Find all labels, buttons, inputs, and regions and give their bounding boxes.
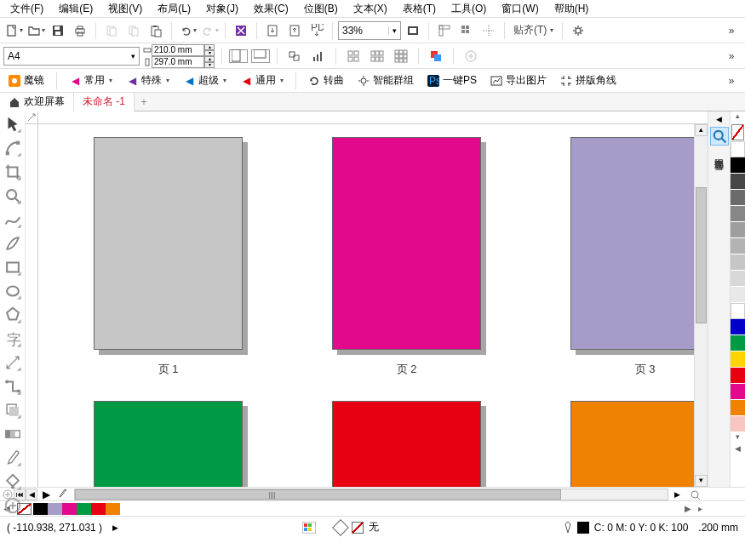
rectangle-tool[interactable]: ◢ — [3, 258, 22, 277]
pick-tool[interactable]: ◢ — [3, 115, 22, 134]
plugin-chaoji[interactable]: ◀超级▾ — [178, 71, 232, 89]
swatch-none[interactable] — [731, 124, 744, 140]
menu-edit[interactable]: 编辑(E) — [52, 0, 100, 18]
options-button[interactable] — [568, 20, 588, 41]
page-thumb-4[interactable] — [94, 401, 243, 487]
swatch-8[interactable] — [731, 271, 745, 287]
tab-untitled[interactable]: 未命名 -1 — [74, 93, 135, 111]
rulers-button[interactable] — [434, 20, 455, 41]
page-width-input[interactable] — [152, 44, 204, 56]
palette-up[interactable]: ▴ — [731, 111, 745, 123]
menu-layout[interactable]: 布局(L) — [151, 0, 198, 18]
menu-bitmap[interactable]: 位图(B) — [297, 0, 345, 18]
outline-color-indicator[interactable] — [577, 522, 589, 534]
grid-button[interactable] — [456, 20, 477, 41]
page-thumb-5[interactable] — [332, 401, 481, 487]
parallel-dim-tool[interactable]: ◢ — [3, 353, 22, 372]
plugin-changyong[interactable]: ◀常用▾ — [64, 71, 117, 89]
menu-effect[interactable]: 效果(C) — [247, 0, 295, 18]
horizontal-scrollbar[interactable] — [74, 489, 668, 500]
freehand-tool[interactable]: ◢ — [3, 210, 22, 229]
open-button[interactable]: ▾ — [26, 20, 46, 41]
canvas[interactable]: 页 1页 2页 3 — [38, 124, 694, 487]
polygon-tool[interactable]: ◢ — [3, 306, 22, 324]
page-thumb-3[interactable] — [570, 137, 694, 350]
fullscreen-button[interactable] — [403, 20, 423, 41]
add-preset-button[interactable] — [461, 46, 481, 66]
plugin-daochu[interactable]: 导出图片 — [485, 71, 552, 89]
grid4-button[interactable] — [343, 46, 364, 66]
swatch-10[interactable] — [731, 303, 745, 319]
copy-button[interactable] — [123, 20, 144, 41]
distribute-button[interactable] — [308, 46, 329, 66]
save-button[interactable] — [48, 20, 68, 41]
outline-pen-icon[interactable] — [564, 521, 572, 534]
menu-text[interactable]: 文本(X) — [347, 0, 394, 18]
snap-button[interactable]: 贴齐(T) ▾ — [510, 20, 557, 41]
connector-tool[interactable]: ◢ — [3, 377, 22, 396]
page-thumb-1[interactable] — [94, 137, 243, 350]
print-button[interactable] — [70, 20, 90, 41]
export-button[interactable] — [284, 20, 305, 41]
plugin-mojing[interactable]: 魔镜 — [3, 71, 49, 89]
swatch-0[interactable] — [731, 141, 745, 157]
swatch-11[interactable] — [731, 319, 745, 335]
text-tool[interactable]: 字◢ — [3, 329, 22, 348]
guides-button[interactable] — [479, 20, 499, 41]
treat-as-filled-button[interactable] — [426, 46, 446, 66]
prev-page-button[interactable]: ◀ — [26, 489, 37, 500]
fill-indicator[interactable] — [333, 519, 350, 536]
doc-swatch-3[interactable] — [77, 503, 91, 515]
swatch-9[interactable] — [731, 287, 745, 303]
interactive-fill-tool[interactable]: ◢ — [3, 472, 22, 491]
new-button[interactable]: ▾ — [3, 20, 24, 41]
plugin-pinban[interactable]: 拼版角线 — [555, 71, 622, 89]
crop-tool[interactable]: ◢ — [3, 163, 22, 181]
grid6-button[interactable] — [367, 46, 387, 66]
drop-shadow-tool[interactable]: ◢ — [3, 401, 22, 420]
paper-size-combo[interactable]: A4▾ — [3, 47, 140, 66]
menu-file[interactable]: 文件(F) — [3, 0, 50, 18]
plugin-zhineng[interactable]: 智能群组 — [352, 71, 419, 89]
tab-welcome[interactable]: 欢迎屏幕 — [0, 93, 74, 111]
swatch-2[interactable] — [731, 174, 745, 190]
search-content-button[interactable] — [231, 20, 251, 41]
align-button[interactable] — [284, 46, 305, 66]
swatch-13[interactable] — [731, 351, 745, 368]
zoom-input[interactable] — [339, 25, 388, 37]
no-fill-indicator[interactable] — [352, 522, 364, 534]
zoom-dropdown[interactable]: ▾ — [388, 26, 400, 35]
palette-flyout[interactable]: ◀ — [731, 444, 745, 456]
artistic-media-tool[interactable] — [3, 234, 22, 253]
navigator-button[interactable] — [689, 489, 701, 500]
plugin-zhuanqu[interactable]: 转曲 — [303, 71, 349, 89]
doc-swatch-1[interactable] — [48, 503, 62, 515]
swatch-16[interactable] — [731, 400, 745, 416]
swatch-12[interactable] — [731, 335, 745, 351]
color-proof-icon[interactable] — [302, 522, 316, 534]
dock-expand-arrow[interactable]: ◀ — [716, 115, 722, 123]
ellipse-tool[interactable]: ◢ — [3, 282, 22, 300]
publish-pdf-button[interactable]: PDF — [307, 20, 327, 41]
doc-swatch-2[interactable] — [62, 503, 77, 515]
doc-swatch-5[interactable] — [106, 503, 120, 515]
shape-tool[interactable]: ◢ — [3, 139, 22, 157]
ruler-vertical[interactable] — [26, 124, 38, 487]
import-button[interactable] — [262, 20, 283, 41]
swatch-15[interactable] — [731, 384, 745, 400]
swatch-1[interactable] — [731, 157, 745, 174]
landscape-button[interactable] — [251, 49, 270, 63]
transparency-tool[interactable] — [3, 425, 22, 443]
menu-help[interactable]: 帮助(H) — [547, 0, 596, 18]
swatch-3[interactable] — [731, 190, 745, 206]
tab-add[interactable]: + — [135, 96, 153, 108]
undo-button[interactable]: ▾ — [177, 20, 198, 41]
status-next[interactable]: ▶ — [112, 523, 118, 532]
doc-palette-menu[interactable]: ▸ — [695, 504, 706, 513]
ruler-origin[interactable] — [26, 111, 38, 124]
swatch-6[interactable] — [731, 238, 745, 254]
grid9-button[interactable] — [391, 46, 411, 66]
menu-window[interactable]: 窗口(W) — [495, 0, 545, 18]
swatch-5[interactable] — [731, 222, 745, 238]
plugin-teshu[interactable]: ◀特殊▾ — [121, 71, 175, 89]
